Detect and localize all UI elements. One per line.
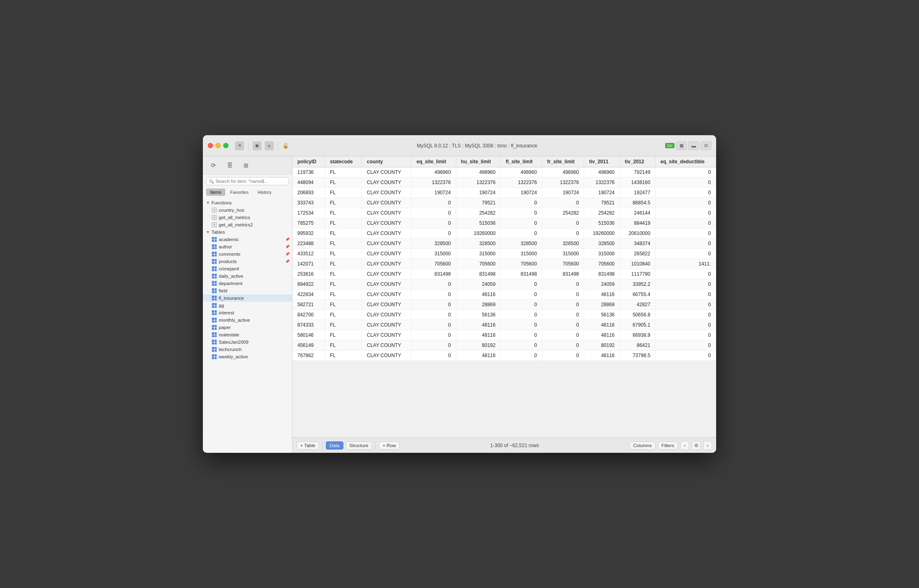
- window-icon-close[interactable]: ✕: [235, 141, 244, 150]
- col-statecode[interactable]: statecode: [325, 156, 362, 167]
- table-name: techcrunch: [219, 347, 242, 352]
- refresh-icon[interactable]: ⟳: [208, 160, 219, 171]
- close-button[interactable]: [208, 143, 213, 148]
- table-row[interactable]: 456149FLCLAY COUNTY0801920080192864210: [292, 340, 716, 351]
- table-row[interactable]: 172534FLCLAY COUNTY025428202542822542822…: [292, 208, 716, 218]
- data-tab-button[interactable]: Data: [326, 441, 343, 450]
- col-eq-site-deductible[interactable]: eq_site_deductible: [655, 156, 716, 167]
- table-row[interactable]: 206893FLCLAY COUNTY190724190724190724190…: [292, 188, 716, 198]
- sidebar-item-paper[interactable]: paper: [203, 324, 292, 331]
- table-row[interactable]: 433512FLCLAY COUNTY315000315000315000315…: [292, 249, 716, 259]
- table-name: crimejan4: [219, 266, 239, 271]
- search-box[interactable]: 🔍: [206, 177, 289, 185]
- sidebar-item-get-all-metrics2[interactable]: f get_all_metrics2: [203, 221, 292, 228]
- filters-button[interactable]: Filters: [658, 441, 678, 450]
- traffic-lights: [208, 143, 229, 148]
- columns-button[interactable]: Columns: [629, 441, 655, 450]
- tables-section-header[interactable]: ▼ Tables: [203, 228, 292, 236]
- tab-items[interactable]: Items: [206, 189, 225, 196]
- table-row[interactable]: 785275FLCLAY COUNTY051503600515036884419…: [292, 218, 716, 228]
- col-hu-site-limit[interactable]: hu_site_limit: [456, 156, 501, 167]
- table-cell: FL: [325, 228, 362, 239]
- menu-icon[interactable]: ≡: [265, 141, 274, 150]
- table-cell: CLAY COUNTY: [362, 208, 411, 218]
- sidebar-item-techcrunch[interactable]: techcrunch: [203, 346, 292, 353]
- table-row[interactable]: 767862FLCLAY COUNTY048116004811673798.50: [292, 351, 716, 361]
- tab-favorites[interactable]: Favorites: [226, 189, 253, 196]
- table-row[interactable]: 874333FLCLAY COUNTY048116004811667905.10: [292, 320, 716, 330]
- sidebar-item-department[interactable]: department: [203, 280, 292, 287]
- table-cell: 19260000: [456, 228, 501, 239]
- maximize-button[interactable]: [223, 143, 229, 148]
- col-policyid[interactable]: policyID: [292, 156, 325, 167]
- col-fl-site-limit[interactable]: fl_site_limit: [501, 156, 542, 167]
- sidebar-item-field[interactable]: field: [203, 287, 292, 294]
- table-row[interactable]: 142071FLCLAY COUNTY705600705600705600705…: [292, 259, 716, 269]
- sidebar-item-interest[interactable]: interest: [203, 309, 292, 316]
- eye-icon[interactable]: ◉: [253, 141, 262, 150]
- sidebar-item-author[interactable]: author 📌: [203, 243, 292, 250]
- add-table-button[interactable]: + Table: [297, 441, 319, 450]
- grid-icon[interactable]: ⊞: [240, 160, 252, 171]
- sidebar-item-country-hos[interactable]: f country_hos: [203, 206, 292, 214]
- col-fr-site-limit[interactable]: fr_site_limit: [542, 156, 584, 167]
- table-cell: 0: [655, 351, 716, 361]
- table-row[interactable]: 253816FLCLAY COUNTY831498831498831498831…: [292, 269, 716, 279]
- table-cell: 50656.8: [620, 310, 655, 320]
- layout-btn-1[interactable]: ▦: [676, 142, 687, 150]
- col-eq-site-limit[interactable]: eq_site_limit: [411, 156, 456, 167]
- table-row[interactable]: 894922FLCLAY COUNTY024059002405933952.20: [292, 279, 716, 290]
- search-input[interactable]: [215, 179, 286, 184]
- table-cell: FL: [325, 239, 362, 249]
- table-cell: FL: [325, 198, 362, 208]
- table-cell: 0: [655, 167, 716, 178]
- table-row[interactable]: 119736FLCLAY COUNTY498960498960498960498…: [292, 167, 716, 178]
- col-county[interactable]: county: [362, 156, 411, 167]
- add-row-button[interactable]: + Row: [379, 441, 400, 450]
- sidebar-item-daily-active[interactable]: daily_active: [203, 272, 292, 280]
- sidebar-item-monthly-active[interactable]: monthly_active: [203, 316, 292, 324]
- sidebar-item-products[interactable]: products 📌: [203, 258, 292, 265]
- table-cell: 705600: [584, 259, 620, 269]
- table-cell: 1322376: [456, 178, 501, 188]
- table-cell: 0: [542, 320, 584, 330]
- table-row[interactable]: 333743FLCLAY COUNTY079521007952186854.50: [292, 198, 716, 208]
- sidebar-item-crimejan4[interactable]: crimejan4: [203, 265, 292, 272]
- layout-btn-2[interactable]: ▬: [688, 142, 699, 150]
- settings-button[interactable]: ⚙: [692, 441, 701, 450]
- col-tiv2011[interactable]: tiv_2011: [584, 156, 620, 167]
- sidebar-item-gg[interactable]: gg: [203, 302, 292, 309]
- table-container[interactable]: policyID statecode county eq_site_limit …: [292, 156, 716, 437]
- structure-tab-button[interactable]: Structure: [346, 441, 372, 450]
- sidebar-item-get-all-metrics[interactable]: f get_all_metrics: [203, 214, 292, 221]
- bottom-right-controls: Columns Filters ‹ ⚙ ›: [629, 441, 712, 450]
- sidebar-tabs: Items Favorites History: [203, 188, 292, 198]
- bottom-separator-2: [375, 441, 376, 450]
- table-row[interactable]: 995932FLCLAY COUNTY019260000001926000020…: [292, 228, 716, 239]
- sidebar-item-salesjan2009[interactable]: SalesJan2009: [203, 338, 292, 346]
- table-row[interactable]: 842700FLCLAY COUNTY056136005613650656.80: [292, 310, 716, 320]
- table-row[interactable]: 448094FLCLAY COUNTY132237613223761322376…: [292, 178, 716, 188]
- sidebar-item-weekly-active[interactable]: weekly_active: [203, 353, 292, 360]
- table-cell: FL: [325, 310, 362, 320]
- table-cell: 0: [501, 290, 542, 300]
- sidebar-item-academic[interactable]: academic 📌: [203, 236, 292, 243]
- table-row[interactable]: 422834FLCLAY COUNTY048116004811666755.40: [292, 290, 716, 300]
- sidebar-item-fl-insurance[interactable]: fl_insurance: [203, 294, 292, 302]
- pin-icon: 📌: [285, 245, 290, 249]
- table-row[interactable]: 223488FLCLAY COUNTY328500328500328500328…: [292, 239, 716, 249]
- functions-section-header[interactable]: ▼ Functions: [203, 199, 292, 206]
- table-row[interactable]: 580146FLCLAY COUNTY048116004811666938.90: [292, 330, 716, 340]
- next-page-button[interactable]: ›: [703, 441, 712, 450]
- database-icon[interactable]: 🗄: [224, 160, 235, 171]
- col-tiv2012[interactable]: tiv_2012: [620, 156, 655, 167]
- table-cell: CLAY COUNTY: [362, 351, 411, 361]
- layout-btn-3[interactable]: ⊟: [701, 142, 711, 150]
- tab-history[interactable]: History: [253, 189, 275, 196]
- table-row[interactable]: 582721FLCLAY COUNTY0288690028869428270: [292, 300, 716, 310]
- sidebar-item-realestate[interactable]: realestate: [203, 331, 292, 338]
- table-name: field: [219, 288, 227, 293]
- sidebar-item-comments[interactable]: comments 📌: [203, 250, 292, 258]
- prev-page-button[interactable]: ‹: [680, 441, 689, 450]
- minimize-button[interactable]: [215, 143, 221, 148]
